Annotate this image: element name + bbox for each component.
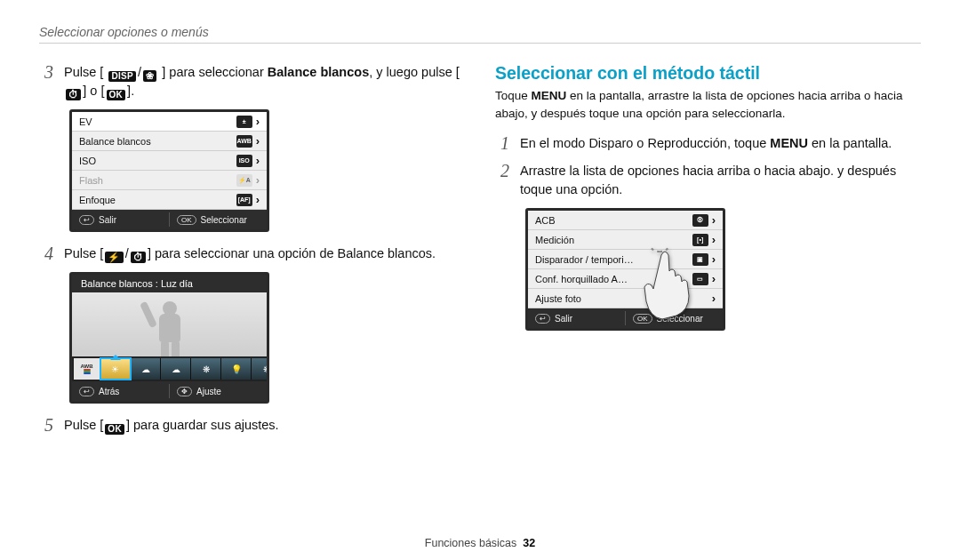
- menu-row-ev: EV ± ›: [72, 112, 267, 132]
- camera-lcd-touch-menu: ACB ⦿ › Medición [•] › Disparador / temp…: [525, 208, 725, 331]
- menu-label: Flash: [79, 175, 236, 186]
- title-text: Balance blancos : Luz día: [81, 278, 193, 289]
- menu-label: Disparador / tempori…: [535, 254, 692, 265]
- flash-icon: ⚡A: [236, 174, 252, 187]
- chevron-right-icon: ›: [256, 154, 260, 167]
- bold: Balance blancos: [268, 65, 369, 79]
- intro-text: Toque MENU en la pantalla, arrastre la l…: [495, 87, 921, 122]
- step-text: Arrastre la lista de opciones hacia arri…: [520, 162, 921, 199]
- chevron-right-icon: ›: [256, 115, 260, 128]
- lcd-footer: ↩Salir OKSeleccionar: [528, 308, 723, 328]
- step-5: 5 Pulse [OK] para guardar sus ajustes.: [39, 416, 465, 435]
- run: Toque: [495, 89, 528, 102]
- timer-icon: ⏱: [131, 252, 146, 263]
- acb-icon: ⦿: [692, 214, 708, 227]
- menu-row-drive: Disparador / tempori… ▣ ›: [528, 250, 723, 269]
- menu-label: Medición: [535, 235, 692, 245]
- menu-row-wb: Balance blancos AWB ›: [72, 132, 267, 151]
- footer-label: Seleccionar: [201, 215, 247, 225]
- wb-option-strip: AWB ☀ ☁ ☁ ❋ 💡 ❋: [72, 356, 267, 381]
- menu-row-metering: Medición [•] ›: [528, 230, 723, 250]
- run: , y luego pulse [: [369, 65, 460, 79]
- run: en la pantalla.: [812, 136, 892, 150]
- lcd-footer: ↩Salir OKSeleccionar: [72, 210, 267, 229]
- footer-label: Salir: [99, 215, 116, 225]
- step-text: En el modo Disparo o Reproducción, toque…: [520, 134, 921, 153]
- run: ].: [127, 84, 134, 98]
- slash: /: [138, 65, 141, 79]
- menu-label: EV: [79, 116, 236, 127]
- chevron-right-icon: ›: [256, 134, 260, 148]
- page-number: 32: [523, 537, 535, 549]
- step-num: 3: [39, 63, 53, 100]
- section-heading: Seleccionar con el método táctil: [495, 63, 921, 84]
- step-1: 1 En el modo Disparo o Reproducción, toq…: [495, 134, 921, 153]
- footer-label: Seleccionar: [657, 314, 703, 324]
- back-icon: ↩: [79, 215, 94, 225]
- chevron-right-icon: ›: [256, 193, 260, 206]
- step-text: Pulse [⚡/⏱] para seleccionar una opción …: [64, 244, 465, 263]
- menu-row-photo-adjust: Ajuste foto ›: [528, 289, 723, 308]
- menu-row-bracket: Conf. horquillado A… ▭ ›: [528, 269, 723, 289]
- page-footer: Funciones básicas 32: [0, 537, 960, 549]
- step-text: Pulse [OK] para guardar sus ajustes.: [64, 416, 465, 435]
- camera-lcd-menu: EV ± › Balance blancos AWB › ISO ISO › F…: [69, 109, 269, 232]
- menu-label: Conf. horquillado A…: [535, 274, 692, 284]
- menu-row-acb: ACB ⦿ ›: [528, 211, 723, 230]
- right-column: Seleccionar con el método táctil Toque M…: [495, 63, 921, 444]
- macro-icon: ❀: [143, 70, 156, 82]
- footer-label: Ajuste: [196, 387, 221, 396]
- focus-icon: [AF]: [236, 194, 252, 206]
- step-text: Pulse [ DISP/❀ ] para seleccionar Balanc…: [64, 63, 465, 100]
- ok-icon: OK: [177, 215, 196, 225]
- adjust-icon: ✥: [177, 387, 192, 396]
- chevron-right-icon: ›: [712, 233, 716, 246]
- wb-icon-daylight: ☀: [100, 358, 131, 380]
- section-name: Funciones básicas: [425, 537, 517, 549]
- menu-label-icon: MENU: [528, 89, 570, 102]
- menu-row-focus: Enfoque [AF] ›: [72, 190, 267, 210]
- drive-icon: ▣: [692, 253, 708, 266]
- footer-label: Salir: [555, 314, 572, 324]
- back-icon: ↩: [79, 387, 94, 396]
- chevron-right-icon: ›: [712, 292, 716, 305]
- run: Pulse [: [64, 246, 103, 260]
- step-4: 4 Pulse [⚡/⏱] para seleccionar una opció…: [39, 244, 465, 263]
- menu-row-flash: Flash ⚡A ›: [72, 171, 267, 190]
- breadcrumb: Seleccionar opciones o menús: [39, 25, 921, 39]
- step-num: 1: [495, 134, 509, 153]
- bracket-icon: ▭: [692, 273, 708, 285]
- ev-icon: ±: [236, 116, 252, 128]
- chevron-right-icon: ›: [712, 252, 716, 266]
- wb-icon-custom: ❋: [252, 358, 267, 380]
- run: Pulse [: [64, 65, 103, 79]
- footer-label: Atrás: [99, 387, 119, 396]
- ok-icon: OK: [633, 314, 652, 324]
- run: En el modo Disparo o Reproducción, toque: [520, 136, 766, 150]
- menu-row-iso: ISO ISO ›: [72, 151, 267, 171]
- menu-label: Balance blancos: [79, 136, 236, 147]
- run: Pulse [: [64, 418, 103, 432]
- wb-icon-awb: AWB: [74, 358, 100, 380]
- wb-icon-fluor: ❋: [191, 358, 221, 380]
- run: ] para guardar sus ajustes.: [126, 418, 279, 432]
- back-icon: ↩: [535, 314, 550, 324]
- run: ] para seleccionar una opción de Balance…: [148, 246, 436, 260]
- disp-button-icon: DISP: [108, 71, 136, 82]
- step-2: 2 Arrastre la lista de opciones hacia ar…: [495, 162, 921, 199]
- ok-button-icon: OK: [107, 90, 126, 100]
- ok-button-icon: OK: [105, 424, 124, 435]
- menu-label-icon: MENU: [766, 136, 812, 150]
- iso-icon: ISO: [236, 155, 252, 167]
- step-num: 4: [39, 244, 53, 263]
- chevron-right-icon: ›: [256, 173, 260, 187]
- slash: /: [125, 246, 129, 260]
- chevron-right-icon: ›: [712, 272, 716, 285]
- step-num: 2: [495, 162, 509, 199]
- menu-label: ISO: [79, 156, 236, 166]
- flash-icon: ⚡: [105, 252, 123, 263]
- rule: [39, 43, 921, 44]
- lcd-footer: ↩Atrás ✥Ajuste: [72, 381, 267, 401]
- step-num: 5: [39, 416, 53, 435]
- chevron-right-icon: ›: [712, 213, 716, 227]
